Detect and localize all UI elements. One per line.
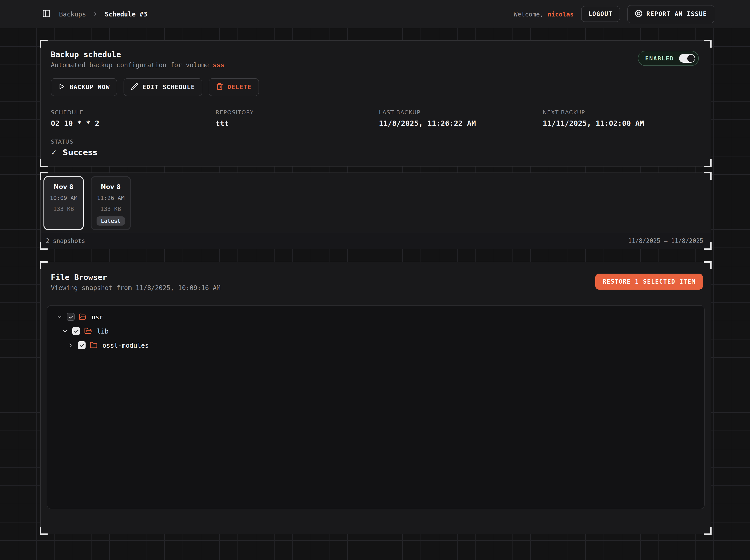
page-background-grid: Backup schedule Automated backup configu…: [0, 28, 750, 560]
chevron-down-icon[interactable]: [56, 314, 63, 320]
app-window: Backups Schedule #3 Welcome,nicolas LOGO…: [0, 0, 750, 560]
tree-item-name: ossl-modules: [102, 342, 149, 349]
field-repository: REPOSITORY ttt: [216, 109, 379, 128]
status-block: STATUS ✓ Success: [51, 139, 699, 157]
file-browser-card: File Browser Viewing snapshot from 11/8/…: [40, 262, 711, 534]
report-issue-button[interactable]: REPORT AN ISSUE: [627, 5, 714, 23]
field-label: LAST BACKUP: [379, 109, 543, 116]
field-last-backup: LAST BACKUP 11/8/2025, 11:26:22 AM: [379, 109, 543, 128]
status-text: Success: [62, 148, 97, 157]
snapshot-size: 133 KB: [100, 205, 121, 212]
backup-now-button[interactable]: BACKUP NOW: [51, 78, 117, 96]
logout-button[interactable]: LOGOUT: [581, 6, 620, 22]
field-schedule: SCHEDULE 02 10 * * 2: [51, 109, 216, 128]
file-tree-panel: usr lib: [47, 305, 705, 509]
username: nicolas: [548, 10, 574, 18]
chevron-down-icon[interactable]: [62, 328, 68, 334]
sidebar-toggle-button[interactable]: [42, 9, 51, 19]
snapshot-size: 133 KB: [53, 205, 74, 212]
report-issue-label: REPORT AN ISSUE: [646, 11, 707, 17]
tree-row-usr[interactable]: usr: [47, 310, 704, 324]
enabled-label: ENABLED: [645, 55, 674, 62]
snapshot-count: 2 snapshots: [46, 237, 85, 244]
folder-open-icon: [84, 327, 92, 335]
tree-item-name: lib: [97, 327, 109, 335]
enabled-toggle[interactable]: ENABLED: [638, 51, 699, 66]
chevron-right-icon[interactable]: [67, 342, 74, 348]
edit-schedule-label: EDIT SCHEDULE: [142, 84, 195, 91]
schedule-card-subtitle: Automated backup configuration for volum…: [51, 61, 224, 68]
checkbox-ossl-modules[interactable]: [78, 341, 85, 349]
top-bar: Backups Schedule #3 Welcome,nicolas LOGO…: [0, 0, 750, 28]
restore-button[interactable]: RESTORE 1 SELECTED ITEM: [595, 274, 703, 289]
file-browser-title: File Browser: [51, 273, 221, 282]
tree-item-name: usr: [92, 313, 103, 320]
pencil-icon: [131, 83, 138, 92]
folder-icon: [90, 341, 97, 349]
breadcrumb-backups[interactable]: Backups: [59, 10, 86, 18]
status-label: STATUS: [51, 139, 699, 145]
toggle-switch[interactable]: [679, 54, 695, 63]
backup-schedule-card: Backup schedule Automated backup configu…: [40, 40, 711, 166]
snapshots-footer: 2 snapshots 11/8/2025 – 11/8/2025: [41, 232, 711, 249]
chevron-right-icon: [93, 11, 98, 17]
snapshot-list: Nov 8 10:09 AM 133 KB Nov 8 11:26 AM 133…: [41, 173, 711, 232]
snapshot-date: Nov 8: [101, 183, 121, 190]
play-icon: [58, 83, 65, 92]
welcome-prefix: Welcome,: [514, 10, 544, 18]
field-label: REPOSITORY: [216, 109, 379, 116]
field-value: ttt: [216, 119, 379, 128]
volume-name: sss: [213, 61, 224, 68]
toggle-knob: [687, 55, 694, 62]
welcome-text: Welcome,nicolas: [514, 10, 574, 18]
latest-badge: Latest: [97, 216, 125, 225]
field-value: 11/8/2025, 11:26:22 AM: [379, 119, 543, 128]
edit-schedule-button[interactable]: EDIT SCHEDULE: [124, 78, 202, 96]
field-label: NEXT BACKUP: [543, 109, 699, 116]
snapshot-date: Nov 8: [54, 183, 74, 190]
folder-open-icon: [79, 313, 86, 321]
lifebuoy-icon: [634, 9, 642, 19]
trash-icon: [216, 83, 223, 92]
field-value: 02 10 * * 2: [51, 119, 216, 128]
snapshot-time: 10:09 AM: [50, 195, 77, 201]
snapshot-tile[interactable]: Nov 8 11:26 AM 133 KB Latest: [91, 176, 131, 230]
check-icon: ✓: [51, 148, 57, 157]
delete-label: DELETE: [228, 84, 252, 91]
field-next-backup: NEXT BACKUP 11/11/2025, 11:02:00 AM: [543, 109, 699, 128]
subtitle-prefix: Automated backup configuration for volum…: [51, 61, 209, 68]
breadcrumb-current-page: Schedule #3: [105, 10, 147, 18]
checkbox-usr[interactable]: [67, 313, 75, 321]
field-value: 11/11/2025, 11:02:00 AM: [543, 119, 699, 128]
panel-left-icon: [42, 9, 51, 19]
breadcrumb: Backups Schedule #3: [59, 10, 147, 18]
schedule-card-title: Backup schedule: [51, 50, 224, 59]
snapshots-section: Nov 8 10:09 AM 133 KB Nov 8 11:26 AM 133…: [40, 173, 711, 249]
snapshot-tile-selected[interactable]: Nov 8 10:09 AM 133 KB: [43, 176, 84, 230]
status-value: ✓ Success: [51, 148, 699, 157]
backup-now-label: BACKUP NOW: [70, 84, 110, 91]
schedule-fields: SCHEDULE 02 10 * * 2 REPOSITORY ttt LAST…: [51, 109, 699, 128]
field-label: SCHEDULE: [51, 109, 216, 116]
snapshot-time: 11:26 AM: [97, 195, 124, 201]
delete-button[interactable]: DELETE: [209, 78, 259, 96]
snapshot-date-range: 11/8/2025 – 11/8/2025: [628, 237, 703, 244]
tree-row-ossl-modules[interactable]: ossl-modules: [47, 338, 704, 352]
file-browser-subtitle: Viewing snapshot from 11/8/2025, 10:09:1…: [51, 284, 221, 292]
checkbox-lib[interactable]: [72, 327, 80, 335]
tree-row-lib[interactable]: lib: [47, 324, 704, 338]
